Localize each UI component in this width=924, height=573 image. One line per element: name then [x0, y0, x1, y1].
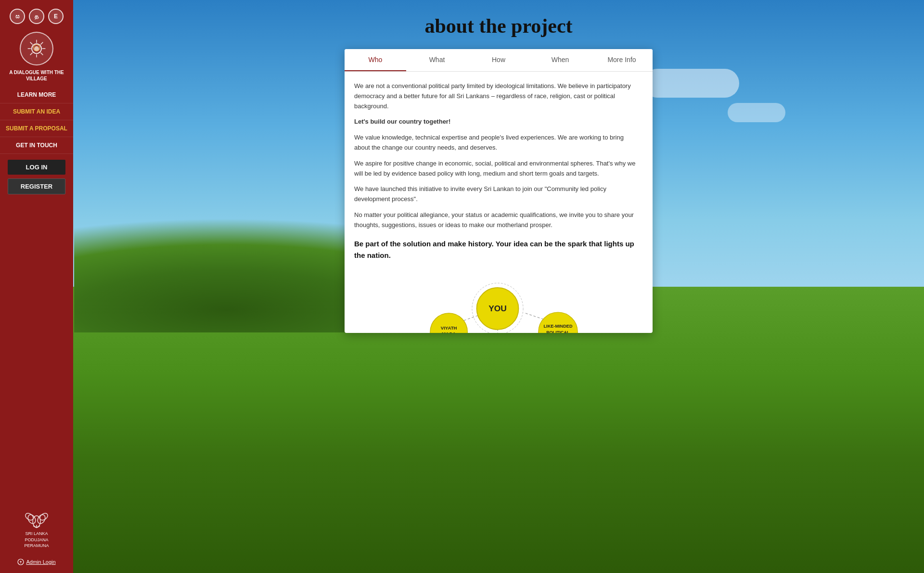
svg-text:VIYATH: VIYATH — [441, 325, 457, 330]
svg-point-12 — [37, 47, 38, 48]
main-content: about the project Who What How When More… — [73, 0, 924, 573]
logo-icon — [25, 37, 49, 61]
svg-text:YOU: YOU — [488, 304, 507, 313]
sidebar-title: A DIALOGUE WITH THE VILLAGE — [0, 69, 73, 82]
svg-line-19 — [33, 526, 37, 528]
who-para2: Let's build our country together! — [354, 117, 641, 127]
log-in-button[interactable]: LOG IN — [8, 160, 65, 175]
svg-text:MAGA: MAGA — [442, 331, 456, 333]
tab-who[interactable]: Who — [345, 49, 406, 71]
svg-line-20 — [37, 526, 40, 528]
svg-line-9 — [30, 52, 33, 55]
party-name: SRI LANKAPODUJANAPERAMUNA — [24, 531, 49, 549]
auth-buttons: LOG IN REGISTER — [0, 154, 73, 200]
page-title: about the project — [424, 14, 572, 38]
admin-icon — [17, 559, 24, 565]
card-content: We are not a conventional political part… — [345, 72, 653, 333]
party-logo-area: SRI LANKAPODUJANAPERAMUNA — [24, 505, 49, 549]
tab-what[interactable]: What — [406, 49, 468, 71]
svg-point-11 — [35, 47, 36, 48]
sidebar-item-submit-idea[interactable]: SUBMIT AN IDEA — [0, 103, 73, 120]
register-button[interactable]: REGISTER — [8, 178, 65, 194]
svg-text:POLITICAL: POLITICAL — [546, 330, 570, 333]
who-para4: We aspire for positive change in economi… — [354, 159, 641, 179]
who-cta: Be part of the solution and make history… — [354, 238, 641, 261]
tab-how[interactable]: How — [468, 49, 529, 71]
logo-area: A DIALOGUE WITH THE VILLAGE — [0, 32, 73, 82]
sidebar-item-learn-more[interactable]: LEARN MORE — [0, 87, 73, 103]
sidebar-item-submit-proposal[interactable]: SUBMIT A PROPOSAL — [0, 120, 73, 137]
party-logo-icon — [25, 505, 49, 529]
svg-text:LIKE-MINDED: LIKE-MINDED — [544, 324, 573, 329]
who-para5: We have launched this initiative to invi… — [354, 184, 641, 204]
sidebar-item-get-in-touch[interactable]: GET IN TOUCH — [0, 137, 73, 154]
admin-login-label: Admin Login — [26, 559, 55, 565]
sidebar: ස த E — [0, 0, 73, 573]
info-card: Who What How When More Info We are not a… — [345, 49, 653, 333]
tab-when[interactable]: When — [529, 49, 591, 71]
who-para1: We are not a conventional political part… — [354, 81, 641, 111]
svg-line-7 — [40, 52, 43, 55]
sidebar-navigation: LEARN MORE SUBMIT AN IDEA SUBMIT A PROPO… — [0, 87, 73, 154]
svg-line-8 — [40, 42, 43, 45]
logo-circle — [20, 32, 53, 65]
lang-english-button[interactable]: E — [48, 9, 64, 24]
admin-login-link[interactable]: Admin Login — [17, 559, 55, 565]
tab-more-info[interactable]: More Info — [591, 49, 653, 71]
lang-tamil-button[interactable]: த — [29, 9, 44, 24]
language-buttons: ස த E — [10, 9, 64, 24]
diagram-area: YOU VIYATH MAGA LIKE-MINDED POLITICAL WI… — [354, 269, 641, 333]
diagram-svg: YOU VIYATH MAGA LIKE-MINDED POLITICAL WI… — [358, 274, 637, 333]
tab-bar: Who What How When More Info — [345, 49, 653, 72]
who-para3: We value knowledge, technical expertise … — [354, 133, 641, 153]
svg-line-6 — [30, 42, 33, 45]
lang-sinhala-button[interactable]: ස — [10, 9, 25, 24]
who-para6: No matter your political allegiance, you… — [354, 210, 641, 230]
